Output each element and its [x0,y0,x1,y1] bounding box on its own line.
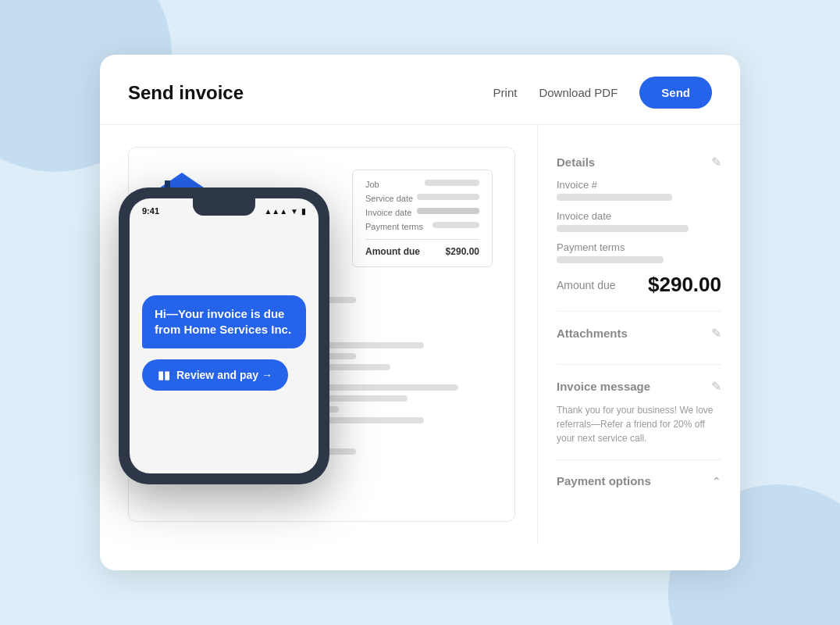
inv-amount-row: Amount due $290.00 [365,239,479,257]
chevron-up-icon[interactable]: ⌃ [712,475,721,488]
invoice-message-text: Thank you for your business! We love ref… [557,403,721,445]
details-section-header: Details ✎ [557,155,721,170]
card-body: HOME SERVICES Job Service date [100,125,740,544]
card-header: Send invoice Print Download PDF Send [100,55,740,125]
print-link[interactable]: Print [493,86,518,99]
phone-screen: 9:41 ▲▲▲ ▼ ▮ Hi—Your invoice is due from… [130,198,319,473]
payment-options-title: Payment options [557,474,651,488]
attachments-edit-icon[interactable]: ✎ [711,326,721,341]
invoice-detail-table: Job Service date Invoice date Payme [352,170,493,267]
battery-icon: ▮ [301,207,306,216]
phone-content: Hi—Your invoice is due from Home Service… [130,219,319,473]
signal-icon: ▲▲▲ [264,207,287,216]
review-pay-label: Review and pay → [176,369,272,381]
amount-due-label: Amount due [557,279,616,291]
download-pdf-link[interactable]: Download PDF [539,86,618,99]
details-title: Details [557,155,595,169]
inv-payment-terms-row: Payment terms [365,222,479,231]
sms-message-bubble: Hi—Your invoice is due from Home Service… [142,295,306,349]
wifi-icon: ▼ [290,207,298,216]
invoice-message-edit-icon[interactable]: ✎ [711,379,721,394]
payment-terms-label: Payment terms [557,241,721,253]
invoice-message-title: Invoice message [557,380,650,393]
invoice-date-label: Invoice date [557,210,721,222]
invoice-number-value [557,194,672,201]
payment-options-header: Payment options ⌃ [557,474,721,488]
header-actions: Print Download PDF Send [493,77,712,109]
payment-terms-field: Payment terms [557,241,721,263]
attachments-title: Attachments [557,327,628,340]
invoice-message-section: Invoice message ✎ Thank you for your bus… [557,365,721,460]
invoice-date-field: Invoice date [557,210,721,232]
details-edit-icon[interactable]: ✎ [711,155,721,170]
invoice-number-field: Invoice # [557,179,721,201]
payment-terms-value [557,256,664,263]
status-icons: ▲▲▲ ▼ ▮ [264,207,306,216]
invoice-date-value [557,225,689,232]
phone-outer: 9:41 ▲▲▲ ▼ ▮ Hi—Your invoice is due from… [119,188,329,484]
inv-job-row: Job [365,180,479,189]
card-icon: ▮▮ [158,369,170,381]
attachments-section-header: Attachments ✎ [557,326,721,341]
invoice-message-header: Invoice message ✎ [557,379,721,394]
amount-due-row: Amount due $290.00 [557,273,721,297]
inv-invoice-date-row: Invoice date [365,208,479,217]
payment-options-section: Payment options ⌃ [557,460,721,511]
right-sidebar: Details ✎ Invoice # Invoice date Payment… [537,125,740,544]
details-section: Details ✎ Invoice # Invoice date Payment… [557,141,721,312]
send-button[interactable]: Send [639,77,712,109]
page-title: Send invoice [128,82,244,104]
main-card: Send invoice Print Download PDF Send [100,55,740,570]
review-pay-button[interactable]: ▮▮ Review and pay → [142,359,288,391]
phone-notch [193,198,255,216]
attachments-section: Attachments ✎ [557,312,721,365]
phone-mockup: 9:41 ▲▲▲ ▼ ▮ Hi—Your invoice is due from… [119,188,329,484]
invoice-number-label: Invoice # [557,179,721,191]
invoice-preview: HOME SERVICES Job Service date [100,125,537,544]
phone-time: 9:41 [142,206,159,216]
amount-due-value: $290.00 [648,273,721,297]
inv-service-date-row: Service date [365,194,479,203]
